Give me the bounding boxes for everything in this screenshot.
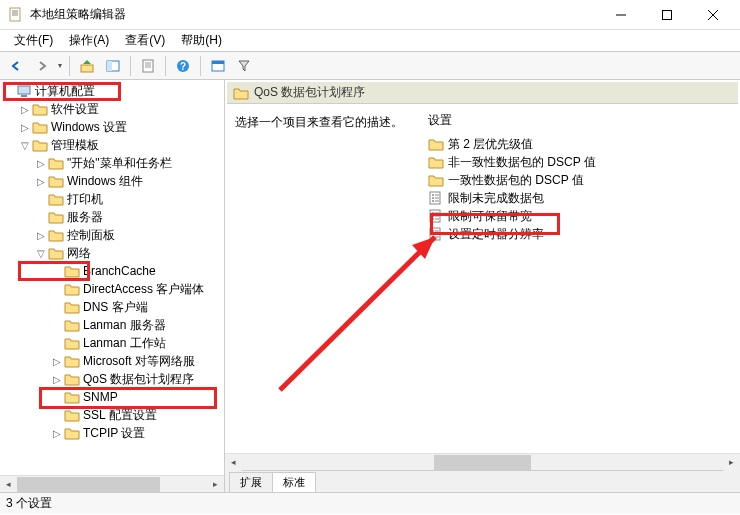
expander-collapsed-icon[interactable]: ▷ xyxy=(50,428,64,439)
folder-icon xyxy=(48,228,64,242)
back-button[interactable] xyxy=(4,54,28,78)
svg-text:?: ? xyxy=(180,61,186,72)
tree-lanman-workstation[interactable]: Lanman 工作站 xyxy=(0,334,224,352)
menu-file[interactable]: 文件(F) xyxy=(6,30,61,51)
policy-item-icon xyxy=(428,191,444,205)
content-horizontal-scrollbar[interactable]: ◂ ▸ xyxy=(225,453,740,470)
minimize-button[interactable] xyxy=(598,0,644,30)
description-column: 选择一个项目来查看它的描述。 xyxy=(227,108,422,453)
tab-extended[interactable]: 扩展 xyxy=(229,472,273,492)
svg-point-37 xyxy=(432,233,434,235)
content-panel: QoS 数据包计划程序 选择一个项目来查看它的描述。 设置 第 2 层优先级值 … xyxy=(225,80,740,492)
maximize-button[interactable] xyxy=(644,0,690,30)
tree-control-panel[interactable]: ▷ 控制面板 xyxy=(0,226,224,244)
setting-label: 一致性数据包的 DSCP 值 xyxy=(448,172,584,189)
tree-qos[interactable]: ▷ QoS 数据包计划程序 xyxy=(0,370,224,388)
expander-expanded-icon[interactable]: ▽ xyxy=(34,248,48,259)
folder-icon xyxy=(428,155,444,169)
tree-windows-settings[interactable]: ▷ Windows 设置 xyxy=(0,118,224,136)
tree-admin-templates[interactable]: ▽ 管理模板 xyxy=(0,136,224,154)
tree-printers[interactable]: 打印机 xyxy=(0,190,224,208)
expander-collapsed-icon[interactable]: ▷ xyxy=(50,356,64,367)
nav-dropdown[interactable]: ▾ xyxy=(56,61,64,70)
tree-root-computer-config[interactable]: 计算机配置 xyxy=(0,82,224,100)
svg-rect-20 xyxy=(21,95,27,97)
expander-collapsed-icon[interactable]: ▷ xyxy=(34,158,48,169)
forward-button[interactable] xyxy=(30,54,54,78)
tree-label: "开始"菜单和任务栏 xyxy=(67,155,172,172)
scroll-track[interactable] xyxy=(242,454,723,471)
tree-horizontal-scrollbar[interactable]: ◂ ▸ xyxy=(0,475,224,492)
tree-label: TCPIP 设置 xyxy=(83,425,145,442)
scroll-thumb[interactable] xyxy=(434,455,530,470)
properties-button[interactable] xyxy=(136,54,160,78)
expander-collapsed-icon[interactable]: ▷ xyxy=(34,230,48,241)
tree-software-settings[interactable]: ▷ 软件设置 xyxy=(0,100,224,118)
tree-start-taskbar[interactable]: ▷ "开始"菜单和任务栏 xyxy=(0,154,224,172)
toolbar-separator xyxy=(200,56,201,76)
tree-tcpip[interactable]: ▷ TCPIP 设置 xyxy=(0,424,224,442)
scroll-left-button[interactable]: ◂ xyxy=(225,454,242,471)
scroll-track[interactable] xyxy=(17,476,207,493)
show-hide-button[interactable] xyxy=(101,54,125,78)
tree-servers[interactable]: 服务器 xyxy=(0,208,224,226)
scroll-thumb[interactable] xyxy=(17,477,160,492)
folder-icon xyxy=(48,246,64,260)
expander-collapsed-icon[interactable]: ▷ xyxy=(34,176,48,187)
setting-conformant-dscp[interactable]: 一致性数据包的 DSCP 值 xyxy=(422,171,738,189)
scroll-left-button[interactable]: ◂ xyxy=(0,476,17,493)
filter-options-button[interactable] xyxy=(206,54,230,78)
svg-point-23 xyxy=(432,197,434,199)
folder-icon xyxy=(32,102,48,116)
svg-point-31 xyxy=(432,218,434,220)
window-title: 本地组策略编辑器 xyxy=(30,6,598,23)
tree-lanman-server[interactable]: Lanman 服务器 xyxy=(0,316,224,334)
menu-action[interactable]: 操作(A) xyxy=(61,30,117,51)
content-body: 选择一个项目来查看它的描述。 设置 第 2 层优先级值 非一致性数据包的 DSC… xyxy=(225,104,740,453)
tab-standard[interactable]: 标准 xyxy=(272,472,316,492)
folder-icon xyxy=(48,174,64,188)
folder-icon xyxy=(48,210,64,224)
tree-label: Windows 设置 xyxy=(51,119,127,136)
menu-help[interactable]: 帮助(H) xyxy=(173,30,230,51)
svg-point-30 xyxy=(432,215,434,217)
expander-collapsed-icon[interactable]: ▷ xyxy=(50,374,64,385)
setting-limit-outstanding[interactable]: 限制未完成数据包 xyxy=(422,189,738,207)
tree-label: 计算机配置 xyxy=(35,83,95,100)
tree-directaccess[interactable]: DirectAccess 客户端体 xyxy=(0,280,224,298)
up-button[interactable] xyxy=(75,54,99,78)
expander-expanded-icon[interactable]: ▽ xyxy=(18,140,32,151)
tree-dns-client[interactable]: DNS 客户端 xyxy=(0,298,224,316)
help-button[interactable]: ? xyxy=(171,54,195,78)
tree-snmp[interactable]: SNMP xyxy=(0,388,224,406)
scroll-right-button[interactable]: ▸ xyxy=(207,476,224,493)
close-button[interactable] xyxy=(690,0,736,30)
folder-icon xyxy=(32,138,48,152)
folder-icon xyxy=(64,372,80,386)
setting-limit-reservable-bandwidth[interactable]: 限制可保留带宽 xyxy=(422,207,738,225)
folder-icon xyxy=(428,137,444,151)
tree-network[interactable]: ▽ 网络 xyxy=(0,244,224,262)
setting-nonconformant-dscp[interactable]: 非一致性数据包的 DSCP 值 xyxy=(422,153,738,171)
folder-icon xyxy=(233,86,249,100)
folder-icon xyxy=(64,282,80,296)
toolbar-separator xyxy=(130,56,131,76)
tree-microsoft-peer[interactable]: ▷ Microsoft 对等网络服 xyxy=(0,352,224,370)
menu-view[interactable]: 查看(V) xyxy=(117,30,173,51)
tree-windows-components[interactable]: ▷ Windows 组件 xyxy=(0,172,224,190)
computer-icon xyxy=(16,84,32,98)
tree-ssl-config[interactable]: SSL 配置设置 xyxy=(0,406,224,424)
svg-point-24 xyxy=(432,200,434,202)
setting-set-timer-resolution[interactable]: 设置定时器分辨率 xyxy=(422,225,738,243)
setting-layer2-priority[interactable]: 第 2 层优先级值 xyxy=(422,135,738,153)
folder-icon xyxy=(64,354,80,368)
expander-collapsed-icon[interactable]: ▷ xyxy=(18,122,32,133)
expander-collapsed-icon[interactable]: ▷ xyxy=(18,104,32,115)
tree-label: SSL 配置设置 xyxy=(83,407,157,424)
tree-label: QoS 数据包计划程序 xyxy=(83,371,194,388)
scroll-right-button[interactable]: ▸ xyxy=(723,454,740,471)
filter-button[interactable] xyxy=(232,54,256,78)
tree-branchcache[interactable]: BranchCache xyxy=(0,262,224,280)
svg-rect-10 xyxy=(107,61,112,71)
folder-icon xyxy=(64,408,80,422)
